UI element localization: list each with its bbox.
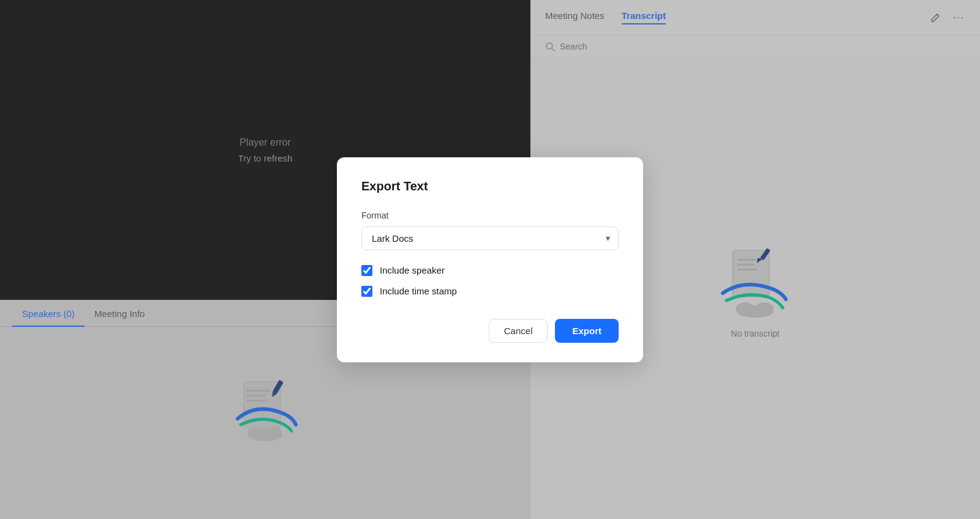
format-label: Format — [361, 211, 619, 220]
include-timestamp-label: Include time stamp — [380, 286, 457, 296]
include-speaker-checkbox-item[interactable]: Include speaker — [361, 265, 619, 276]
include-timestamp-checkbox[interactable] — [361, 286, 372, 297]
include-timestamp-checkbox-item[interactable]: Include time stamp — [361, 286, 619, 297]
include-speaker-label: Include speaker — [380, 265, 445, 275]
checkbox-group: Include speaker Include time stamp — [361, 265, 619, 297]
modal-overlay: Export Text Format Lark Docs Word TXT ▾ … — [0, 0, 980, 519]
export-button[interactable]: Export — [555, 319, 619, 343]
format-select[interactable]: Lark Docs Word TXT — [361, 226, 619, 250]
modal-actions: Cancel Export — [361, 319, 619, 343]
cancel-button[interactable]: Cancel — [489, 319, 548, 343]
modal-title: Export Text — [361, 179, 619, 193]
export-text-modal: Export Text Format Lark Docs Word TXT ▾ … — [337, 157, 643, 362]
main-layout: Player error Try to refresh Speakers (0)… — [0, 0, 980, 519]
include-speaker-checkbox[interactable] — [361, 265, 372, 276]
format-select-wrapper: Lark Docs Word TXT ▾ — [361, 226, 619, 250]
